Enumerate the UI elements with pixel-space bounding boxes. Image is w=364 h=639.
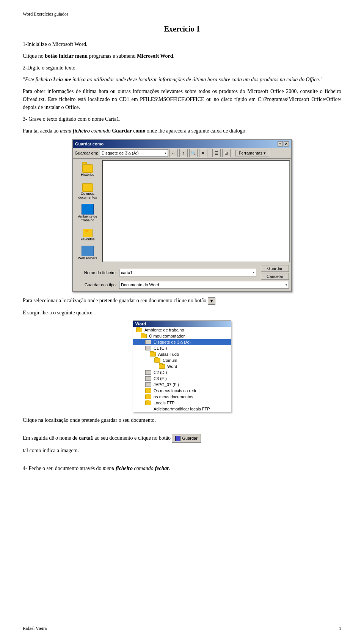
dropdown-item-10[interactable]: Os meus locais na rede (133, 388, 231, 394)
footer-author: Rafael Vieira (23, 626, 47, 631)
filename-input[interactable]: carta1 ▾ (119, 269, 256, 276)
dropdown-item-4[interactable]: Aulas Tudo (133, 351, 231, 357)
dialog-body: Histórico Os meus documentos Ambiente de… (73, 159, 291, 263)
sidebar-ambiente-trabalho[interactable]: Ambiente de Trabalho (74, 202, 101, 224)
folder-icon-0 (136, 328, 142, 332)
guardar-em-label: Guardar em: (75, 151, 98, 155)
navigation-instruction: Para seleccionar a localização onde pret… (23, 297, 341, 305)
up-btn[interactable]: ↑ (179, 149, 188, 157)
dropdown-item-6[interactable]: Word (133, 363, 231, 369)
location-dropdown-popup: Word Ambiente de trabalho O meu computad… (23, 320, 341, 412)
dropdown-item-0[interactable]: Ambiente de trabalho (133, 327, 231, 333)
click-instruction: Clique na localização onde pretende guar… (23, 416, 341, 424)
dialog-help-btn[interactable]: ? (278, 141, 283, 147)
dropdown-item-3[interactable]: C1 (C:) (133, 345, 231, 351)
page-footer: Rafael Vieira 1 (23, 626, 341, 631)
dropdown-item-5[interactable]: Comum (133, 357, 231, 363)
nav-dropdown-btn[interactable]: ▾ (208, 297, 215, 305)
save-button[interactable]: Guardar (261, 265, 289, 272)
filename-row: Nome do ficheiro: carta1 ▾ Guardar Cance… (75, 265, 289, 280)
paragraph-ofread: Para obter informações de última hora ou… (23, 87, 341, 111)
dropdown-item-12[interactable]: Locais FTP (133, 400, 231, 406)
folder-icon-6 (159, 364, 165, 369)
filename-label: Nome do ficheiro: (75, 270, 117, 275)
dialog-footer: Nome do ficheiro: carta1 ▾ Guardar Cance… (73, 263, 291, 291)
view2-btn[interactable]: ⊞ (222, 149, 231, 157)
dialog-titlebar: Guardar como ? ✕ (73, 140, 291, 148)
dropdown-item-7[interactable]: C2 (D:) (133, 369, 231, 376)
dialog-title: Guardar como (75, 142, 104, 146)
dialog-box: Guardar como ? ✕ Guardar em: Disquete de… (72, 139, 292, 292)
folder-icon-12 (145, 401, 151, 405)
back-btn[interactable]: ← (169, 149, 178, 157)
folder-icon-10 (145, 388, 151, 393)
step3b: Para tal aceda ao menu ficheiro comando … (23, 127, 341, 135)
cancel-button[interactable]: Cancelar (261, 273, 289, 280)
save-instruction: Em seguida dê o nome de carta1 ao seu do… (23, 434, 341, 443)
save-btn-inline[interactable]: Guardar (172, 434, 201, 443)
folder-icon-11 (145, 394, 151, 399)
sidebar-web-folders[interactable]: Web Folders (74, 244, 101, 262)
separator2 (233, 150, 233, 156)
floppy-icon (175, 436, 180, 441)
view-btn[interactable]: ☰ (212, 149, 221, 157)
search-btn[interactable]: 🔍 (189, 149, 198, 157)
sidebar-historico[interactable]: Histórico (74, 160, 101, 178)
save-image-note: tal como indica a imagem. (23, 447, 341, 454)
filetype-label: Guardar c/ o tipo: (75, 282, 117, 287)
paragraph-leia-me: "Este ficheiro Leia-me indica ao utiliza… (23, 76, 341, 84)
folder-icon-1 (141, 334, 147, 338)
drive-icon-8 (145, 376, 151, 381)
sidebar-favoritos[interactable]: ★ Favoritos (74, 225, 101, 243)
dialog-close-btn[interactable]: ✕ (284, 141, 289, 147)
dropdown-popup-box: Word Ambiente de trabalho O meu computad… (133, 320, 231, 412)
exercise-title: Exercício 1 (23, 25, 341, 33)
step3: 3- Grave o texto digitado com o nome Car… (23, 115, 341, 123)
dropdown-item-2[interactable]: Disquete de 3½ (A:) (133, 339, 231, 345)
page-header: Word Exercícios guiados (23, 11, 341, 17)
dropdown-item-1[interactable]: O meu computador (133, 333, 231, 339)
step4: 4- Feche o seu documento através do menu… (23, 464, 341, 472)
step1b: Clique no botão iniciar menu programas e… (23, 52, 341, 60)
folder-icon-5 (154, 358, 160, 363)
step1: 1-Inicialize o Microsoft Word. (23, 40, 341, 48)
drive-icon-9 (145, 382, 151, 387)
drive-icon-2 (145, 340, 151, 344)
separator (210, 150, 210, 156)
location-dropdown[interactable]: Disquete de 3½ (A:) ▾ (100, 149, 168, 157)
drive-icon-7 (145, 370, 151, 375)
dropdown-item-13[interactable]: Adicionar/modificar locais FTP (133, 406, 231, 412)
header-title: Word Exercícios guiados (23, 11, 68, 17)
dialog-main-area (102, 160, 290, 262)
footer-page: 1 (339, 626, 341, 631)
tools-btn[interactable]: Ferramentas ▾ (235, 150, 269, 156)
dropdown-item-9[interactable]: JAPG_07 (F:) (133, 382, 231, 388)
dialog-toolbar: Guardar em: Disquete de 3½ (A:) ▾ ← ↑ 🔍 … (73, 148, 291, 159)
sidebar-meus-documentos[interactable]: Os meus documentos (74, 179, 101, 201)
filetype-dropdown[interactable]: Documento do Word ▾ (119, 281, 289, 289)
dialog-titlebar-buttons: ? ✕ (278, 141, 289, 147)
dialog-action-buttons: Guardar Cancelar (261, 265, 289, 280)
dropdown-item-8[interactable]: C3 (E:) (133, 376, 231, 382)
folder-icon-4 (150, 352, 156, 357)
dialog-sidebar: Histórico Os meus documentos Ambiente de… (74, 160, 101, 262)
delete-btn[interactable]: ✕ (199, 149, 207, 157)
guardar-como-dialog: Guardar como ? ✕ Guardar em: Disquete de… (23, 139, 341, 292)
dropdown-title: Word (133, 321, 231, 327)
navigation-instruction2: E surgir-lhe-á o seguinte quadro: (23, 309, 341, 317)
dropdown-item-11[interactable]: os meus documentos (133, 394, 231, 400)
filetype-row: Guardar c/ o tipo: Documento do Word ▾ (75, 281, 289, 289)
step2: 2-Digite o seguinte texto. (23, 64, 341, 72)
drive-icon-3 (145, 346, 151, 350)
